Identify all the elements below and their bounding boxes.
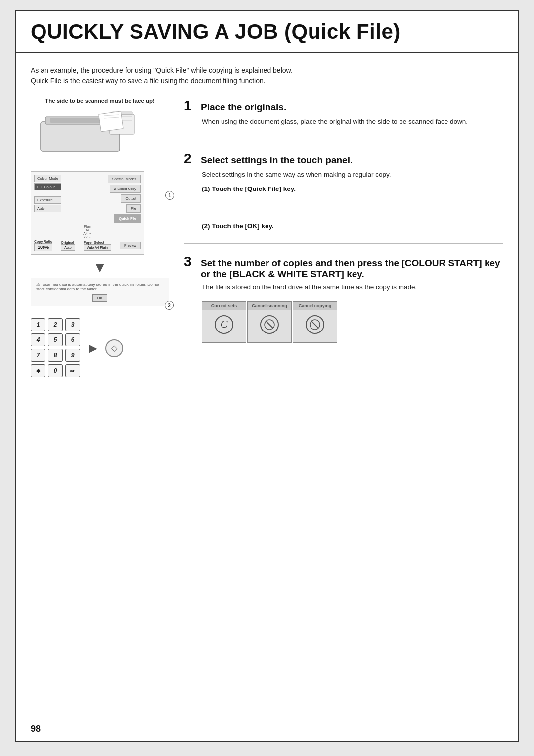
ok-button[interactable]: OK bbox=[92, 294, 107, 302]
scanner-label: The side to be scanned must be face up! bbox=[31, 98, 169, 104]
step3-header: 3 Set the number of copies and then pres… bbox=[184, 254, 503, 280]
step1-header: 1 Place the originals. bbox=[184, 98, 503, 114]
callout-2: 2 bbox=[165, 301, 174, 310]
svg-line-17 bbox=[312, 321, 318, 328]
step3-title: Set the number of copies and then press … bbox=[201, 258, 503, 280]
svg-rect-2 bbox=[50, 118, 105, 123]
diamond-key[interactable]: ◇ bbox=[105, 339, 123, 357]
preview-btn[interactable]: Preview bbox=[120, 242, 141, 249]
output-btn[interactable]: Output bbox=[121, 194, 141, 203]
page: QUICKLY SAVING A JOB (Quick File) As an … bbox=[15, 10, 519, 742]
svg-rect-7 bbox=[99, 111, 123, 132]
arrow-right: ▶ bbox=[89, 342, 97, 355]
key-8[interactable]: 8 bbox=[48, 349, 63, 362]
file-btn[interactable]: File bbox=[126, 204, 141, 213]
callout-1: 1 bbox=[165, 191, 174, 200]
special-modes-btn[interactable]: Special Modes bbox=[108, 175, 141, 183]
original-value: Auto bbox=[61, 244, 75, 251]
exposure-label: Exposure bbox=[34, 196, 61, 204]
key-6[interactable]: 6 bbox=[65, 333, 80, 346]
colour-mode-value: Full Colour bbox=[34, 183, 61, 190]
step1-title: Place the originals. bbox=[201, 102, 286, 113]
copy-ratio: 100% bbox=[34, 243, 52, 251]
cancel-copying-label: Cancel copying bbox=[293, 302, 337, 310]
main-layout: The side to be scanned must be face up! bbox=[31, 98, 503, 378]
touch-panel-illustration: Colour Mode Full Colour Exposure Auto Sp… bbox=[31, 171, 169, 255]
ok-dialog-warning: ⚠ Scanned data is automatically stored i… bbox=[36, 282, 164, 291]
key-5[interactable]: 5 bbox=[48, 333, 63, 346]
arrow-down: ▼ bbox=[31, 260, 169, 276]
key-hash[interactable]: #/P bbox=[65, 364, 80, 377]
step3-num: 3 bbox=[184, 254, 196, 270]
page-content: As an example, the procedure for using "… bbox=[16, 53, 518, 393]
step1-body: When using the document glass, place the… bbox=[202, 117, 503, 127]
key-7[interactable]: 7 bbox=[31, 349, 45, 362]
correct-sets-btn[interactable]: Correct sets C bbox=[202, 301, 246, 343]
correct-sets-label: Correct sets bbox=[202, 302, 246, 310]
step2-block: 2 Select settings in the touch panel. Se… bbox=[184, 151, 503, 229]
key-star[interactable]: ✱ bbox=[31, 364, 45, 377]
right-column: 1 Place the originals. When using the do… bbox=[184, 98, 503, 357]
scanner-svg bbox=[31, 107, 144, 161]
svg-line-14 bbox=[266, 321, 273, 328]
intro-text: As an example, the procedure for using "… bbox=[31, 65, 503, 86]
page-title: QUICKLY SAVING A JOB (Quick File) bbox=[16, 11, 518, 53]
cancel-scanning-label: Cancel scanning bbox=[248, 302, 291, 310]
key-0[interactable]: 0 bbox=[48, 364, 63, 377]
key-3[interactable]: 3 bbox=[65, 318, 80, 331]
svg-text:C: C bbox=[221, 318, 228, 330]
cancel-scanning-icon bbox=[248, 310, 291, 342]
step2-body: Select settings in the same way as when … bbox=[202, 170, 503, 180]
paper-select: Auto A4 Plain bbox=[84, 244, 111, 251]
quick-file-btn[interactable]: Quick File bbox=[114, 214, 141, 223]
step3-body: The file is stored on the hard drive at … bbox=[202, 283, 503, 292]
step2-title: Select settings in the touch panel. bbox=[201, 155, 353, 166]
step2-substep1: (1) Touch the [Quick File] key. bbox=[202, 185, 503, 192]
cancel-copying-btn[interactable]: Cancel copying bbox=[293, 301, 337, 343]
cancel-copying-icon bbox=[293, 310, 337, 342]
left-column: The side to be scanned must be face up! bbox=[31, 98, 169, 378]
step2-num: 2 bbox=[184, 151, 196, 167]
correct-sets-icon: C bbox=[202, 310, 246, 342]
numpad-area: 1 2 3 4 5 6 7 8 9 ✱ 0 #/P ▶ ◇ bbox=[31, 318, 169, 378]
step2-header: 2 Select settings in the touch panel. bbox=[184, 151, 503, 167]
step2-substep2: (2) Touch the [OK] key. bbox=[202, 222, 503, 230]
step1-illustration: The side to be scanned must be face up! bbox=[31, 98, 169, 163]
key-1[interactable]: 1 bbox=[31, 318, 45, 331]
exposure-value: Auto bbox=[34, 205, 61, 212]
key-2[interactable]: 2 bbox=[48, 318, 63, 331]
cancel-scanning-btn[interactable]: Cancel scanning bbox=[247, 301, 292, 343]
button-strip: Correct sets C Cancel scanning bbox=[202, 301, 503, 343]
numpad: 1 2 3 4 5 6 7 8 9 ✱ 0 #/P bbox=[31, 318, 81, 378]
step3-block: 3 Set the number of copies and then pres… bbox=[184, 254, 503, 343]
touch-panel: Colour Mode Full Colour Exposure Auto Sp… bbox=[31, 171, 144, 255]
page-number: 98 bbox=[31, 724, 41, 734]
divider-1 bbox=[184, 141, 503, 141]
step1-block: 1 Place the originals. When using the do… bbox=[184, 98, 503, 127]
warning-icon: ⚠ bbox=[36, 282, 40, 287]
divider-2 bbox=[184, 243, 503, 244]
key-4[interactable]: 4 bbox=[31, 333, 45, 346]
step1-num: 1 bbox=[184, 98, 196, 114]
colour-mode-label: Colour Mode bbox=[34, 175, 61, 182]
two-sided-btn[interactable]: 2-Sided Copy bbox=[110, 185, 141, 193]
key-9[interactable]: 9 bbox=[65, 349, 80, 362]
ok-dialog-illustration: ⚠ Scanned data is automatically stored i… bbox=[31, 278, 169, 306]
